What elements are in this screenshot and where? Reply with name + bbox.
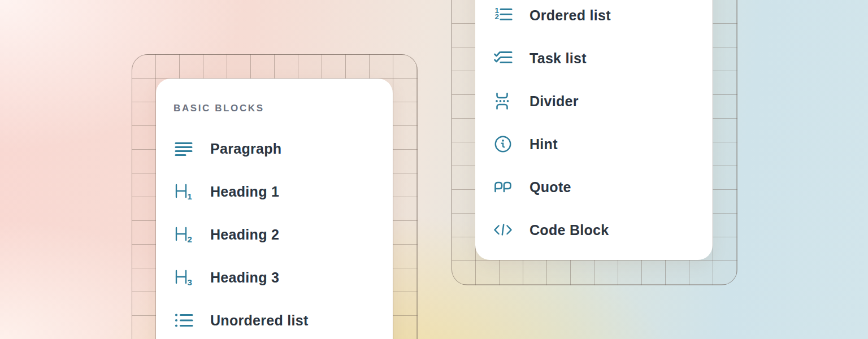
menu-item-label: Heading 1 [210,184,279,200]
quote-icon [493,177,513,197]
svg-text:1: 1 [188,192,192,201]
menu-item-code-block[interactable]: Code Block [493,208,695,251]
promo-canvas: { "theme": { "accent": "#2e7e9c", "text"… [0,0,868,339]
menu-item-ordered-list[interactable]: 1 2 Ordered list [493,0,695,37]
menu-item-label: Hint [530,136,558,153]
menu-item-label: Ordered list [530,7,611,24]
hint-icon [493,134,513,154]
menu-item-label: Unordered list [210,312,309,329]
menu-item-paragraph[interactable]: Paragraph [173,127,375,170]
svg-text:2: 2 [495,12,500,21]
menu-item-hint[interactable]: Hint [493,123,695,166]
basic-blocks-menu: BASIC BLOCKS Paragraph 1 Heading 1 [156,79,393,339]
menu-item-label: Task list [530,50,587,67]
blocks-menu-continued: 1 2 Ordered list Task list [475,0,713,260]
menu-item-label: Heading 2 [210,227,279,243]
menu-list: Paragraph 1 Heading 1 2 Heading 2 [173,127,375,339]
menu-item-divider[interactable]: Divider [493,80,695,123]
ordered-list-icon: 1 2 [493,5,513,25]
menu-item-heading-1[interactable]: 1 Heading 1 [173,170,375,213]
divider-icon [493,91,513,111]
heading-2-icon: 2 [173,224,194,245]
menu-item-label: Code Block [530,222,609,238]
heading-1-icon: 1 [173,181,194,202]
menu-item-heading-3[interactable]: 3 Heading 3 [173,256,375,299]
menu-item-label: Quote [530,179,571,195]
task-list-icon [493,48,513,68]
svg-text:3: 3 [188,277,192,287]
menu-list: 1 2 Ordered list Task list [493,0,695,251]
menu-section-title: BASIC BLOCKS [173,102,375,115]
menu-item-quote[interactable]: Quote [493,166,695,208]
menu-item-label: Divider [530,93,579,110]
menu-item-heading-2[interactable]: 2 Heading 2 [173,213,375,256]
heading-3-icon: 3 [173,267,194,288]
menu-item-label: Paragraph [210,141,281,157]
menu-item-task-list[interactable]: Task list [493,37,695,80]
unordered-list-icon [173,310,194,331]
svg-text:2: 2 [188,234,192,244]
menu-item-unordered-list[interactable]: Unordered list [173,299,375,339]
paragraph-icon [173,138,194,159]
code-block-icon [493,220,513,240]
menu-item-label: Heading 3 [210,270,279,286]
